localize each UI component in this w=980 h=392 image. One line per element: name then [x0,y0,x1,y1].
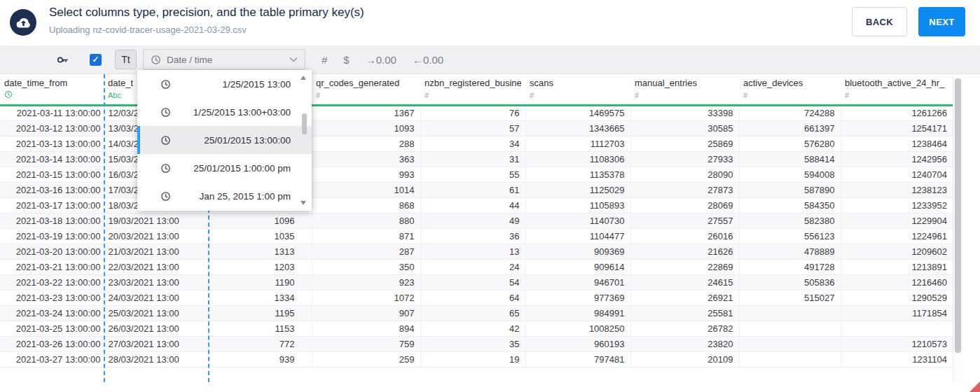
table-cell: 35 [420,336,525,351]
table-cell [739,321,841,336]
type-select[interactable]: Date / time [143,49,305,70]
format-option[interactable]: 1/25/2015 13:00 [137,70,312,98]
table-cell: 20109 [630,351,739,367]
table-cell: 1469575 [525,105,630,120]
table-cell: 36 [420,228,525,244]
table-cell: 44 [420,197,525,213]
table-row: 2021-03-18 13:00:0019/03/2021 13:0010968… [0,213,953,228]
column-header[interactable]: nzbn_registered_busine# [420,74,525,105]
table-cell: 868 [312,197,420,213]
table-cell: 2021-03-24 13:00:00 [0,305,104,321]
table-cell: 2021-03-18 13:00:00 [0,213,104,228]
format-option-label: 1/25/2015 13:00 [171,79,291,90]
table-cell: 1209602 [841,244,953,259]
text-type-button[interactable]: Tt [115,50,137,69]
table-cell: 556123 [739,228,841,244]
dropdown-scroll-up-icon[interactable] [301,76,306,80]
table-cell: 1238464 [841,136,953,151]
column-type: # [316,90,416,100]
column-type: # [743,90,836,100]
column-name: qr_codes_generated [316,78,416,88]
table-cell: 30585 [630,120,739,136]
column-header[interactable]: scans# [525,74,630,105]
table-cell: 21626 [630,244,739,259]
format-option[interactable]: 1/25/2015 13:00+03:00 [137,98,312,126]
table-cell: 28090 [630,167,739,182]
table-row: 2021-03-23 13:00:0024/03/2021 13:0013341… [0,290,953,305]
vertical-scrollbar-thumb[interactable] [955,78,961,353]
table-cell: 1367 [312,105,420,120]
table-cell: 1290529 [841,290,953,305]
next-button[interactable]: NEXT [918,7,965,36]
table-cell: 2021-03-23 13:00:00 [0,290,104,305]
format-option[interactable]: Jan 25, 2015 1:00 pm [137,182,312,210]
table-cell: 2021-03-14 13:00:00 [0,151,104,167]
format-option[interactable]: 25/01/2015 1:00:00 pm [137,154,312,182]
table-cell: 28069 [630,197,739,213]
table-cell: 2021-03-21 13:00:00 [0,259,104,274]
column-header[interactable]: bluetooth_active_24_hr_# [841,74,953,105]
table-cell: 24/03/2021 13:00 [104,290,209,305]
date-format-dropdown: 1/25/2015 13:001/25/2015 13:00+03:0025/0… [137,70,312,211]
clock-icon [160,135,171,146]
column-header[interactable]: active_devices# [739,74,841,105]
table-cell: 576280 [739,136,841,151]
back-button[interactable]: BACK [852,7,907,36]
table-cell: 13 [420,244,525,259]
column-type-indicator: # [530,91,534,99]
primary-key-icon[interactable] [56,53,69,66]
table-cell: 2021-03-12 13:00:00 [0,120,104,136]
table-cell: 21/03/2021 13:00 [104,244,209,259]
column-type-indicator: # [316,91,320,99]
table-cell: 61 [420,182,525,197]
column-header[interactable]: manual_entries# [630,74,739,105]
table-cell: 1313 [209,244,312,259]
table-cell: 1213891 [841,259,953,274]
table-cell: 1008250 [525,321,630,336]
table-cell: 1108306 [525,151,630,167]
dropdown-scroll-down-icon[interactable] [301,201,306,205]
table-cell: 1238123 [841,182,953,197]
table-row: 2021-03-20 13:00:0021/03/2021 13:0013132… [0,244,953,259]
decrease-decimal-button[interactable]: ←0.00 [413,54,443,66]
table-cell: 1135378 [525,167,630,182]
table-cell: 594008 [739,167,841,182]
table-cell: 1072 [312,290,420,305]
table-cell: 894 [312,321,420,336]
currency-type-button[interactable]: $ [343,54,349,66]
integer-type-button[interactable]: # [322,54,327,66]
column-header[interactable]: date_time_from [0,74,104,105]
table-cell: 25581 [630,305,739,321]
column-type-indicator: # [845,91,849,99]
dropdown-scrollbar-thumb[interactable] [302,113,307,134]
table-cell: 2021-03-20 13:00:00 [0,244,104,259]
table-cell: 1254171 [841,120,953,136]
table-cell: 28/03/2021 13:00 [104,351,209,367]
table-cell: 909614 [525,259,630,274]
table-cell: 909369 [525,244,630,259]
include-column-checkbox[interactable]: ✓ [90,54,102,66]
table-cell: 880 [312,213,420,228]
column-name: bluetooth_active_24_hr_ [845,78,948,88]
table-cell: 20/03/2021 13:00 [104,228,209,244]
table-cell: 2021-03-15 13:00:00 [0,167,104,182]
clock-icon [160,107,171,118]
column-header[interactable]: qr_codes_generated# [312,74,420,105]
table-cell: 19 [420,351,525,367]
table-cell: 1190 [209,274,312,290]
csv-upload-wizard: Select columns type, precision, and the … [0,0,980,392]
column-name: scans [530,78,626,88]
increase-decimal-button[interactable]: →0.00 [366,54,396,66]
format-option[interactable]: 25/01/2015 13:00:00 [137,126,312,154]
page-title: Select columns type, precision, and the … [49,6,364,20]
table-cell: 65 [420,305,525,321]
table-cell: 977369 [525,290,630,305]
table-cell: 1231104 [841,351,953,367]
table-row: 2021-03-22 13:00:0023/03/2021 13:0011909… [0,274,953,290]
table-cell: 287 [312,244,420,259]
table-cell: 1242956 [841,151,953,167]
table-cell: 1105893 [525,197,630,213]
table-cell: 27/03/2021 13:00 [104,336,209,351]
table-cell: 1093 [312,120,420,136]
table-cell: 26921 [630,290,739,305]
